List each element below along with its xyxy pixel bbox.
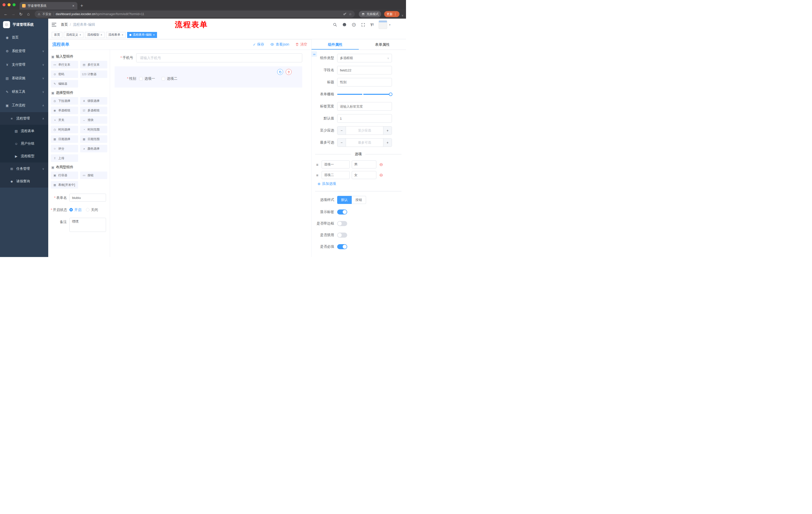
field-name-input[interactable]: [337, 66, 392, 75]
close-icon[interactable]: ×: [122, 33, 123, 37]
option-value-input[interactable]: [352, 171, 376, 179]
decrease-button[interactable]: −: [338, 127, 346, 135]
component-time-picker[interactable]: ◷时间选择: [51, 126, 78, 133]
max-select-stepper[interactable]: − 最多可选 +: [337, 138, 392, 147]
form-name-input[interactable]: [69, 194, 106, 202]
avatar[interactable]: [379, 20, 387, 29]
form-canvas[interactable]: *手机号: [110, 50, 311, 257]
drag-handle-icon[interactable]: ≡: [315, 162, 320, 167]
forward-button[interactable]: →: [10, 11, 17, 17]
password-key-icon[interactable]: [343, 12, 347, 16]
new-tab-button[interactable]: +: [80, 3, 83, 8]
style-button-button[interactable]: 按钮: [352, 196, 366, 204]
required-toggle[interactable]: [337, 244, 347, 249]
component-slider[interactable]: ↔滑块: [80, 116, 108, 124]
help-icon[interactable]: ?: [352, 23, 356, 27]
remove-option-icon[interactable]: ⊖: [379, 162, 383, 167]
min-select-value[interactable]: 至少应选: [346, 127, 383, 135]
sidebar-item-process-form[interactable]: ▤流程表单: [0, 125, 48, 137]
font-size-icon[interactable]: TT: [370, 23, 374, 27]
bookmark-star-icon[interactable]: ☆: [349, 12, 352, 16]
window-zoom-button[interactable]: [12, 3, 16, 6]
github-icon[interactable]: [342, 22, 347, 27]
tab-component-props[interactable]: 组件属性: [312, 39, 359, 50]
kebab-menu-icon[interactable]: ⋮: [394, 12, 397, 16]
sidebar-item-workflow[interactable]: ▣工作流程∧: [0, 99, 48, 112]
close-icon[interactable]: ×: [100, 33, 102, 37]
drag-handle-icon[interactable]: ≡: [315, 173, 320, 177]
label-width-input[interactable]: [337, 102, 392, 111]
disabled-toggle[interactable]: [337, 233, 347, 238]
reload-button[interactable]: ↻: [18, 11, 24, 17]
canvas-field-gender-selected[interactable]: *性别 选项一 选项二: [115, 66, 302, 87]
component-type-select[interactable]: 多选框组 ∨: [337, 54, 392, 62]
component-editor[interactable]: ✎编辑器: [51, 80, 78, 87]
slider-handle[interactable]: [389, 92, 393, 96]
sidebar-item-process-management[interactable]: ≡流程管理∧: [0, 112, 48, 125]
sidebar-item-devtools[interactable]: ✎研发工具∨: [0, 85, 48, 99]
option-label-input[interactable]: [322, 160, 350, 168]
default-value-input[interactable]: [337, 114, 392, 123]
status-on-radio[interactable]: 开启: [69, 206, 81, 214]
component-rate[interactable]: ☆评分: [51, 145, 78, 153]
tag-process-definition[interactable]: 流程定义×: [64, 32, 83, 38]
toolbar-overflow-chevron-icon[interactable]: ∨: [402, 14, 404, 17]
remove-option-icon[interactable]: ⊖: [379, 172, 383, 178]
link-icon[interactable]: ∞: [312, 51, 317, 57]
phone-input[interactable]: [136, 53, 302, 62]
fullscreen-icon[interactable]: [361, 23, 365, 27]
sidebar-item-infra[interactable]: ▤基础设施∨: [0, 72, 48, 85]
sidebar-item-home[interactable]: ◉首页: [0, 31, 48, 44]
view-json-button[interactable]: 查看json: [270, 42, 289, 47]
hamburger-icon[interactable]: [51, 21, 57, 28]
breadcrumb-home[interactable]: 首页: [61, 22, 68, 27]
component-row-container[interactable]: ▣行容器: [51, 171, 78, 179]
component-time-range[interactable]: ◔时间范围: [80, 126, 108, 133]
close-icon[interactable]: ×: [79, 33, 81, 37]
add-option-button[interactable]: ⊕ 添加选项: [318, 182, 402, 186]
canvas-field-phone[interactable]: *手机号: [115, 53, 302, 62]
with-border-toggle[interactable]: [337, 221, 347, 226]
save-button[interactable]: ✓ 保存: [253, 42, 264, 47]
component-button[interactable]: ▭按钮: [80, 171, 108, 179]
delete-field-button[interactable]: [286, 69, 292, 75]
status-off-radio[interactable]: 关闭: [86, 206, 98, 214]
title-input[interactable]: [337, 78, 392, 86]
component-upload[interactable]: ⇧上传: [51, 154, 78, 162]
window-minimize-button[interactable]: [7, 3, 10, 6]
sidebar-item-leave-query[interactable]: ☻请假查询: [0, 175, 48, 188]
increase-button[interactable]: +: [383, 139, 392, 146]
component-select[interactable]: ◎下拉选择: [51, 97, 78, 105]
component-counter[interactable]: 123计数器: [80, 71, 108, 78]
sidebar-item-process-model[interactable]: ▶流程模型: [0, 150, 48, 162]
sidebar-item-system[interactable]: ⚙系统管理∨: [0, 44, 48, 58]
gender-option-2-checkbox[interactable]: 选项二: [162, 77, 177, 81]
component-multi-line-text[interactable]: ▤多行文本: [80, 61, 108, 69]
component-table[interactable]: ▦表格[开发中]: [51, 181, 78, 189]
decrease-button[interactable]: −: [338, 139, 346, 146]
form-grid-slider[interactable]: [337, 90, 392, 99]
sidebar-item-payment[interactable]: ¥支付管理∨: [0, 58, 48, 72]
component-single-line-text[interactable]: ▭单行文本: [51, 61, 78, 69]
tag-process-model[interactable]: 流程模型×: [85, 32, 105, 38]
tab-close-icon[interactable]: ×: [72, 4, 75, 8]
component-date-range[interactable]: ▦日期范围: [80, 135, 108, 143]
increase-button[interactable]: +: [383, 127, 392, 135]
tag-process-form-edit[interactable]: 流程表单-编辑×: [127, 32, 157, 38]
update-browser-button[interactable]: 更新 ⋮: [384, 11, 400, 17]
component-radio-group[interactable]: ◉单选框组: [51, 107, 78, 114]
home-button[interactable]: ⌂: [25, 11, 32, 17]
component-checkbox-group[interactable]: ☑多选框组: [80, 107, 108, 114]
sidebar-item-task-management[interactable]: ⊞任务管理∨: [0, 162, 48, 175]
component-color-picker[interactable]: ◕颜色选择: [80, 145, 108, 153]
component-password[interactable]: ⊙密码: [51, 71, 78, 78]
option-value-input[interactable]: [352, 160, 376, 168]
search-icon[interactable]: [333, 23, 337, 27]
gender-option-1-checkbox[interactable]: 选项一: [139, 77, 155, 81]
style-default-button[interactable]: 默认: [337, 196, 352, 204]
remark-textarea[interactable]: 嘿嘿: [69, 218, 106, 232]
close-icon[interactable]: ×: [153, 33, 155, 37]
clear-button[interactable]: 清空: [295, 42, 307, 47]
min-select-stepper[interactable]: − 至少应选 +: [337, 126, 392, 135]
browser-tab[interactable]: 芋道管理系统 ×: [20, 2, 77, 9]
